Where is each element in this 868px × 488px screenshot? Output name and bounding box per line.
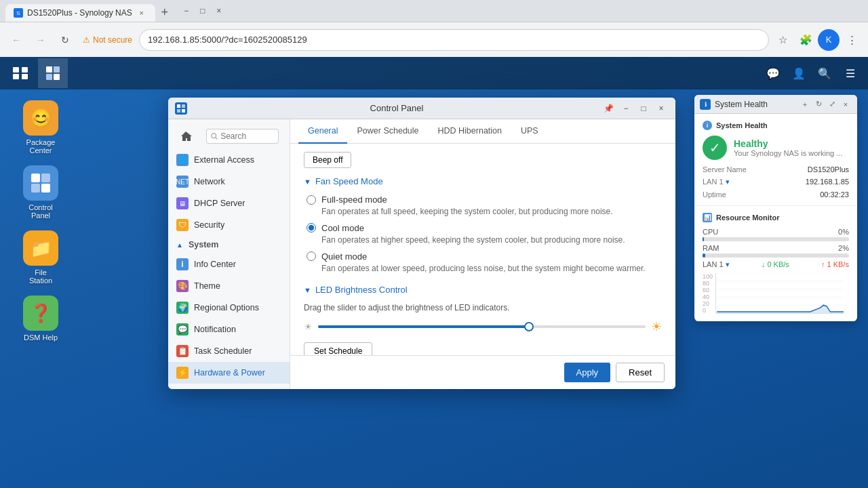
back-button[interactable]: ← [5, 29, 27, 51]
browser-chrome: S DS1520Plus - Synology NAS × + − □ × ← … [0, 0, 868, 57]
regional-label: Regional Options [194, 303, 259, 312]
cp-grid-icon [177, 104, 185, 113]
server-name-label: Server Name [703, 165, 774, 174]
brightness-dim-icon: ☀ [304, 321, 313, 332]
network-icon: NET [176, 176, 189, 188]
chat-button[interactable]: 💬 [761, 58, 785, 88]
file-station-icon[interactable]: 📁 FileStation [14, 228, 68, 287]
full-speed-label: Full-speed mode [321, 195, 387, 205]
widget-titlebar: ℹ System Health + ↻ ⤢ × [694, 95, 857, 114]
control-panel-icon[interactable]: ControlPanel [14, 163, 68, 222]
sidebar-item-notification[interactable]: 💬 Notification [168, 319, 290, 340]
dsm-taskbar: 💬 👤 🔍 ☰ [0, 57, 868, 89]
control-panel-window: Control Panel 📌 − □ × [168, 98, 675, 389]
widget-icon: ℹ [700, 99, 711, 110]
lan-traffic-row: LAN 1 ▾ ↓ 0 KB/s ↑ 1 KB/s [703, 260, 849, 269]
search-input[interactable] [220, 131, 274, 141]
beep-off-button[interactable]: Beep off [304, 152, 351, 168]
sidebar-item-hardware-power[interactable]: ⚡ Hardware & Power [168, 362, 290, 384]
led-slider-thumb[interactable] [524, 322, 534, 331]
sidebar-item-dhcp[interactable]: 🖥 DHCP Server [168, 192, 290, 214]
minimize-button[interactable]: − [180, 4, 193, 18]
restore-button[interactable]: □ [196, 4, 210, 18]
tab-power-schedule[interactable]: Power Schedule [347, 119, 428, 144]
search-taskbar-button[interactable]: 🔍 [812, 58, 837, 88]
sidebar-item-theme[interactable]: 🎨 Theme [168, 275, 290, 297]
refresh-button[interactable]: ↻ [54, 29, 76, 51]
brightness-bright-icon: ☀ [651, 319, 662, 334]
browser-actions: ☆ 🧩 K ⋮ [772, 29, 863, 51]
widget-refresh-button[interactable]: ↻ [812, 98, 825, 110]
notification-label: Notification [194, 325, 236, 334]
led-section-header[interactable]: ▼ LED Brightness Control [304, 285, 662, 295]
health-status-row: ✓ Healthy Your Synology NAS is working .… [703, 136, 849, 160]
svg-rect-3 [22, 74, 28, 79]
set-schedule-button[interactable]: Set Schedule [304, 342, 372, 355]
cp-minimize-button[interactable]: − [618, 101, 633, 116]
tab-ups[interactable]: UPS [511, 119, 548, 144]
lan-value: 192.168.1.85 [777, 178, 849, 186]
svg-marker-23 [717, 305, 844, 313]
apply-button[interactable]: Apply [564, 363, 611, 382]
tab-favicon: S [14, 8, 23, 18]
widget-detach-button[interactable]: ⤢ [826, 98, 838, 110]
widget-add-button[interactable]: + [799, 98, 811, 110]
sidebar-item-task-scheduler[interactable]: 📋 Task Scheduler [168, 340, 290, 362]
cpu-bar-track [703, 237, 849, 241]
forward-button[interactable]: → [30, 29, 52, 51]
browser-tab[interactable]: S DS1520Plus - Synology NAS × [5, 4, 155, 22]
sidebar-item-network[interactable]: NET Network [168, 171, 290, 192]
fan-speed-section-header[interactable]: ▼ Fan Speed Mode [304, 176, 662, 186]
cool-mode-radio[interactable] [307, 223, 316, 232]
lan-expand-icon[interactable]: ▾ [726, 178, 730, 186]
system-section-header: ▲ System [168, 236, 290, 253]
cpu-bar-fill [703, 237, 704, 241]
cpu-label: CPU [703, 228, 718, 236]
cp-home-button[interactable] [174, 127, 198, 146]
sidebar-item-external-access[interactable]: 🌐 External Access [168, 149, 290, 171]
chart-area: 100 80 60 40 20 0 [703, 273, 849, 314]
bookmark-button[interactable]: ☆ [772, 29, 793, 51]
svg-rect-15 [182, 109, 185, 113]
url-bar[interactable]: 192.168.1.85:5000/?dc=1602520085129 [139, 29, 769, 51]
tab-close-button[interactable]: × [136, 7, 147, 18]
external-access-label: External Access [194, 155, 254, 165]
close-window-button[interactable]: × [212, 4, 226, 18]
dsm-help-icon[interactable]: ❓ DSM Help [14, 293, 68, 344]
package-center-icon[interactable]: 😊 PackageCenter [14, 98, 68, 157]
options-button[interactable]: ☰ [838, 58, 863, 88]
profile-button[interactable]: K [818, 29, 840, 51]
lan1-expand-icon[interactable]: ▾ [726, 260, 730, 268]
sidebar-item-regional[interactable]: 🌍 Regional Options [168, 297, 290, 319]
control-panel-taskbar-btn[interactable] [38, 58, 68, 88]
task-scheduler-icon: 📋 [176, 345, 189, 357]
app-menu-button[interactable] [5, 58, 35, 88]
full-speed-radio[interactable] [307, 195, 316, 205]
file-station-img: 📁 [23, 230, 58, 266]
quiet-mode-radio[interactable] [307, 251, 316, 261]
cp-pin-button[interactable]: 📌 [601, 101, 616, 116]
svg-rect-2 [13, 74, 19, 79]
cp-maximize-button[interactable]: □ [636, 101, 651, 116]
system-health-widget: ℹ System Health + ↻ ⤢ × i System Health … [694, 95, 857, 321]
cp-close-button[interactable]: × [654, 101, 669, 116]
resource-monitor-section: 📊 Resource Monitor CPU 0% RAM 2% [694, 206, 857, 321]
cp-body: 🌐 External Access NET Network 🖥 DHCP Ser… [168, 119, 675, 389]
health-desc-text: Your Synology NAS is working ... [734, 149, 849, 157]
user-button[interactable]: 👤 [787, 58, 811, 88]
uptime-label: Uptime [703, 190, 774, 199]
sidebar-item-security[interactable]: 🛡 Security [168, 214, 290, 236]
extensions-button[interactable]: 🧩 [795, 29, 816, 51]
more-button[interactable]: ⋮ [841, 29, 863, 51]
sidebar-item-info-center[interactable]: i Info Center [168, 253, 290, 275]
tab-hdd-hibernation[interactable]: HDD Hibernation [429, 119, 511, 144]
new-tab-button[interactable]: + [155, 3, 174, 22]
cp-search-box[interactable] [206, 129, 279, 144]
widget-close-button[interactable]: × [840, 98, 852, 110]
taskbar-left [0, 58, 73, 88]
health-section: i System Health ✓ Healthy Your Synology … [694, 114, 857, 206]
health-status-text: Healthy [734, 138, 849, 149]
svg-rect-13 [182, 104, 185, 108]
tab-general[interactable]: General [298, 119, 347, 144]
reset-button[interactable]: Reset [616, 363, 665, 382]
